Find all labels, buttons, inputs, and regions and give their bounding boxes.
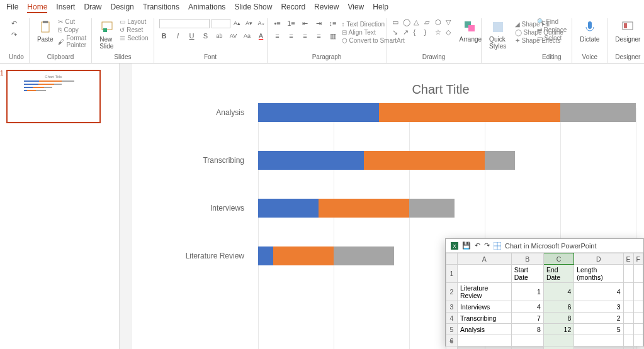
cell[interactable] <box>458 335 512 346</box>
bar-segment[interactable] <box>560 103 636 122</box>
section-button[interactable]: ☰ Section <box>120 35 148 42</box>
undo-icon[interactable]: ↶ <box>9 18 19 28</box>
bar-segment[interactable] <box>319 199 409 218</box>
bar-segment[interactable] <box>258 103 379 122</box>
layout-button[interactable]: ▭ Layout <box>120 18 148 25</box>
cell[interactable] <box>633 324 643 335</box>
designer-button[interactable]: Designer <box>613 18 643 44</box>
menu-transitions[interactable]: Transitions <box>143 3 179 13</box>
cell[interactable]: 5 <box>574 324 623 335</box>
menu-draw[interactable]: Draw <box>84 3 101 13</box>
increase-font-icon[interactable]: A▴ <box>232 18 242 28</box>
cell[interactable]: Transcribing <box>458 313 512 324</box>
strike-icon[interactable]: S <box>201 31 211 41</box>
cell[interactable]: 7 <box>511 313 543 324</box>
align-left-icon[interactable]: ≡ <box>273 31 283 41</box>
align-text-button[interactable]: ⊟ Align Text <box>342 29 405 36</box>
cell[interactable] <box>633 283 643 301</box>
cell[interactable] <box>623 301 633 313</box>
cell[interactable]: Length (months) <box>574 265 623 283</box>
cell[interactable] <box>511 346 543 350</box>
spacing-icon[interactable]: AV <box>229 31 239 41</box>
menu-animations[interactable]: Animations <box>188 3 225 13</box>
data-grid[interactable]: ABCDEF1Start DateEnd DateLength (months)… <box>446 253 643 349</box>
cut-button[interactable]: ✂ Cut <box>58 18 86 25</box>
align-right-icon[interactable]: ≡ <box>300 31 310 41</box>
justify-icon[interactable]: ≡ <box>314 31 324 41</box>
cell[interactable] <box>623 324 633 335</box>
reset-button[interactable]: ↺ Reset <box>120 26 148 33</box>
cell[interactable]: 6 <box>543 301 573 313</box>
cell[interactable] <box>633 301 643 313</box>
menu-review[interactable]: Review <box>314 3 339 13</box>
text-direction-button[interactable]: ↕ Text Direction <box>342 21 405 28</box>
cell[interactable]: 1 <box>511 283 543 301</box>
bar-segment[interactable] <box>334 247 394 265</box>
cell[interactable] <box>633 265 643 283</box>
menu-file[interactable]: File <box>6 3 18 13</box>
case-icon[interactable]: Aa <box>242 31 252 41</box>
row-header[interactable]: 2 <box>446 283 458 301</box>
linespacing-icon[interactable]: ↕≡ <box>328 18 338 28</box>
cell[interactable]: Analysis <box>458 324 512 335</box>
bar-segment[interactable] <box>485 151 515 170</box>
chart-title[interactable]: Chart Title <box>132 64 644 103</box>
bar-segment[interactable] <box>273 247 334 265</box>
cell[interactable]: Start Date <box>511 265 543 283</box>
bullets-icon[interactable]: •≡ <box>273 18 283 28</box>
col-header[interactable]: A <box>458 253 512 265</box>
bar-segment[interactable] <box>258 247 273 265</box>
shape-fill-button[interactable]: ◢ Shape Fill <box>515 21 563 28</box>
bar-segment[interactable] <box>258 199 319 218</box>
save-icon[interactable]: 💾 <box>462 241 471 250</box>
cell[interactable]: 8 <box>543 313 573 324</box>
col-header[interactable]: D <box>574 253 623 265</box>
italic-icon[interactable]: I <box>173 31 183 41</box>
font-name-input[interactable] <box>159 19 210 28</box>
cell[interactable] <box>623 283 633 301</box>
cell[interactable]: Literature Review <box>458 283 512 301</box>
menu-record[interactable]: Record <box>281 3 305 13</box>
menu-slideshow[interactable]: Slide Show <box>234 3 272 13</box>
slide-thumbnail-1[interactable]: Chart Title <box>6 70 101 123</box>
chart-data-window[interactable]: X 💾 ↶ ↷ Chart in Microsoft PowerPoint AB… <box>445 238 644 346</box>
align-center-icon[interactable]: ≡ <box>286 31 297 41</box>
copy-button[interactable]: ⎘ Copy <box>58 26 86 33</box>
cell[interactable] <box>458 346 512 350</box>
columns-icon[interactable]: ▥ <box>328 31 338 41</box>
convert-smartart-button[interactable]: ⬡ Convert to SmartArt <box>342 37 405 44</box>
cell[interactable]: 4 <box>574 283 623 301</box>
cell[interactable] <box>633 313 643 324</box>
underline-icon[interactable]: U <box>187 31 197 41</box>
row-header[interactable]: 7 <box>446 346 458 350</box>
quick-styles-button[interactable]: Quick Styles <box>487 18 509 51</box>
redo-mini-icon[interactable]: ↷ <box>484 241 490 250</box>
format-painter-button[interactable]: 🖌 Format Painter <box>58 35 86 48</box>
cell[interactable]: End Date <box>543 265 573 283</box>
cell[interactable]: 3 <box>574 301 623 313</box>
bar-segment[interactable] <box>379 103 560 122</box>
bar-segment[interactable] <box>409 199 455 218</box>
numbering-icon[interactable]: 1≡ <box>286 18 297 28</box>
shape-outline-button[interactable]: ◯ Shape Outline <box>515 29 563 36</box>
row-header[interactable]: 4 <box>446 313 458 324</box>
cell[interactable] <box>543 335 573 346</box>
bar-segment[interactable] <box>364 151 485 170</box>
cell[interactable] <box>623 346 633 350</box>
col-header[interactable]: E <box>623 253 633 265</box>
cell[interactable] <box>511 335 543 346</box>
font-color-icon[interactable]: A <box>256 31 266 41</box>
cell[interactable] <box>543 346 573 350</box>
menu-insert[interactable]: Insert <box>56 3 75 13</box>
cell[interactable] <box>623 335 633 346</box>
font-size-input[interactable] <box>212 19 230 28</box>
cell[interactable]: Interviews <box>458 301 512 313</box>
data-window-titlebar[interactable]: X 💾 ↶ ↷ Chart in Microsoft PowerPoint <box>446 239 643 253</box>
cell[interactable]: 2 <box>574 313 623 324</box>
cell[interactable]: 4 <box>543 283 573 301</box>
undo-mini-icon[interactable]: ↶ <box>475 241 480 250</box>
dictate-button[interactable]: Dictate <box>577 18 602 44</box>
row-header[interactable]: 5 <box>446 324 458 335</box>
cell[interactable]: 8 <box>511 324 543 335</box>
redo-icon[interactable]: ↷ <box>9 30 19 40</box>
